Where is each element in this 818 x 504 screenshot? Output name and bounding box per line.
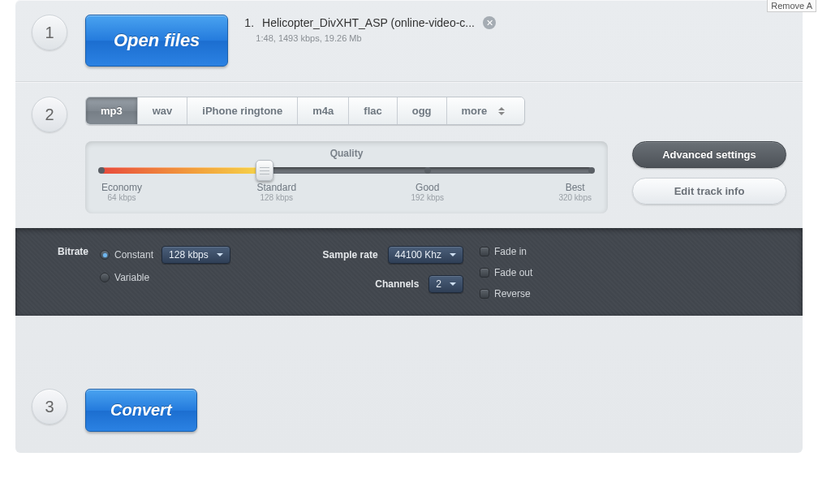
sample-rate-select[interactable]: 44100 Khz bbox=[388, 246, 463, 264]
channels-select[interactable]: 2 bbox=[428, 275, 463, 293]
advanced-settings-button[interactable]: Advanced settings bbox=[632, 141, 786, 168]
tab-flac[interactable]: flac bbox=[349, 97, 397, 124]
fade-in-label: Fade in bbox=[494, 246, 527, 257]
edit-track-info-button[interactable]: Edit track info bbox=[632, 178, 786, 205]
open-files-button[interactable]: Open files bbox=[85, 15, 228, 67]
fade-in-checkbox[interactable]: Fade in bbox=[480, 246, 626, 257]
format-tabs: mp3 wav iPhone ringtone m4a flac ogg mor… bbox=[85, 97, 525, 125]
tab-more[interactable]: more bbox=[447, 97, 525, 124]
reverse-label: Reverse bbox=[494, 288, 531, 299]
radio-icon bbox=[100, 250, 110, 260]
step-1-row: 1 Open files 1. Helicopter_DivXHT_ASP (o… bbox=[15, 0, 803, 81]
checkbox-icon bbox=[480, 268, 489, 278]
tab-mp3[interactable]: mp3 bbox=[86, 97, 138, 124]
quality-label-good: Good 192 kbps bbox=[411, 182, 444, 202]
reverse-checkbox[interactable]: Reverse bbox=[480, 288, 626, 299]
checkbox-icon bbox=[480, 247, 489, 256]
bitrate-label: Bitrate bbox=[58, 246, 88, 257]
chevron-down-icon bbox=[217, 253, 223, 256]
channels-value: 2 bbox=[436, 278, 441, 290]
quality-panel: Quality Economy 64 kbps bbox=[85, 141, 608, 213]
channels-label: Channels bbox=[375, 278, 419, 290]
quality-slider-fill bbox=[101, 167, 265, 174]
bitrate-variable-radio[interactable]: Variable bbox=[100, 272, 230, 283]
sample-rate-label: Sample rate bbox=[323, 249, 378, 261]
fade-out-label: Fade out bbox=[494, 267, 532, 278]
quality-slider[interactable] bbox=[101, 167, 592, 174]
step-1-badge: 1 bbox=[32, 15, 67, 50]
advanced-panel: Bitrate Constant 128 kbps bbox=[15, 228, 803, 316]
step-2-row: 2 mp3 wav iPhone ringtone m4a flac ogg m… bbox=[15, 81, 803, 228]
tab-ogg[interactable]: ogg bbox=[398, 97, 447, 124]
bitrate-value: 128 kbps bbox=[169, 249, 209, 261]
remove-file-icon[interactable]: ✕ bbox=[483, 16, 496, 29]
chevron-down-icon bbox=[450, 282, 456, 286]
checkbox-icon bbox=[480, 289, 489, 299]
quality-labels: Economy 64 kbps Standard 128 kbps Good 1… bbox=[101, 182, 592, 202]
quality-label-best: Best 320 kbps bbox=[558, 182, 592, 202]
tab-wav[interactable]: wav bbox=[138, 97, 188, 124]
quality-slider-knob[interactable] bbox=[256, 160, 273, 181]
tab-m4a[interactable]: m4a bbox=[298, 97, 349, 124]
file-meta: 1:48, 1493 kbps, 19.26 Mb bbox=[256, 33, 496, 43]
tab-iphone-ringtone[interactable]: iPhone ringtone bbox=[187, 97, 298, 124]
step-2-badge: 2 bbox=[32, 97, 67, 132]
file-name: Helicopter_DivXHT_ASP (online-video-c... bbox=[262, 16, 475, 29]
converter-app: 1 Open files 1. Helicopter_DivXHT_ASP (o… bbox=[15, 0, 803, 453]
chevron-down-icon bbox=[450, 253, 456, 256]
fade-out-checkbox[interactable]: Fade out bbox=[480, 267, 626, 278]
bitrate-constant-radio[interactable]: Constant bbox=[100, 249, 153, 261]
step-3-row: 3 Convert bbox=[15, 316, 803, 453]
bitrate-constant-label: Constant bbox=[114, 249, 153, 261]
bitrate-variable-label: Variable bbox=[114, 272, 149, 283]
step-3-badge: 3 bbox=[32, 389, 67, 424]
sample-rate-value: 44100 Khz bbox=[395, 249, 441, 261]
convert-button[interactable]: Convert bbox=[85, 389, 197, 432]
quality-label-economy: Economy 64 kbps bbox=[101, 182, 142, 202]
file-info: 1. Helicopter_DivXHT_ASP (online-video-c… bbox=[244, 15, 496, 43]
chevron-up-down-icon bbox=[498, 106, 510, 117]
quality-title: Quality bbox=[101, 148, 592, 159]
radio-icon bbox=[100, 273, 110, 282]
tab-more-label: more bbox=[462, 105, 488, 117]
file-index: 1. bbox=[244, 16, 254, 29]
quality-label-standard: Standard 128 kbps bbox=[256, 182, 296, 202]
bitrate-select[interactable]: 128 kbps bbox=[161, 246, 230, 264]
